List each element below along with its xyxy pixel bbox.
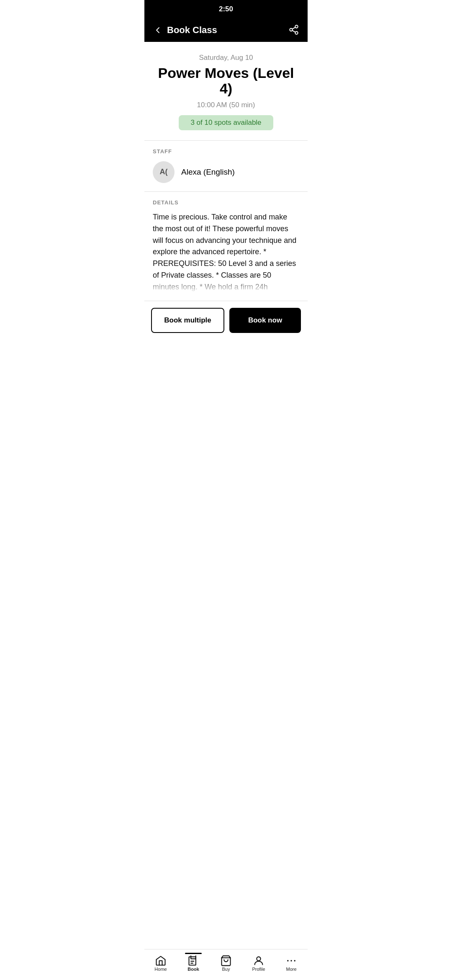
status-bar: 2:50 [144, 0, 308, 18]
staff-section-label: STAFF [153, 148, 299, 155]
class-name: Power Moves (Level 4) [153, 65, 299, 97]
book-now-button[interactable]: Book now [229, 308, 301, 333]
main-content: Saturday, Aug 10 Power Moves (Level 4) 1… [144, 42, 308, 398]
details-section: DETAILS Time is precious. Take control a… [144, 191, 308, 301]
nav-bar-left: Book Class [153, 25, 217, 36]
svg-line-4 [292, 27, 295, 29]
spots-badge: 3 of 10 spots available [179, 115, 273, 130]
nav-title: Book Class [167, 25, 217, 36]
svg-line-3 [292, 30, 295, 32]
class-time: 10:00 AM (50 min) [153, 101, 299, 109]
bottom-actions: Book multiple Book now [144, 301, 308, 340]
staff-name: Alexa (English) [181, 168, 235, 177]
staff-avatar: A( [153, 161, 175, 183]
staff-initials: A( [160, 168, 168, 176]
details-section-label: DETAILS [153, 199, 299, 206]
class-date: Saturday, Aug 10 [153, 54, 299, 62]
staff-row: A( Alexa (English) [153, 161, 299, 183]
staff-section: STAFF A( Alexa (English) [144, 140, 308, 191]
status-time: 2:50 [219, 5, 233, 13]
class-header: Saturday, Aug 10 Power Moves (Level 4) 1… [144, 42, 308, 140]
share-button[interactable] [288, 24, 299, 36]
nav-bar: Book Class [144, 18, 308, 42]
back-button[interactable] [153, 25, 163, 35]
details-text: Time is precious. Take control and make … [153, 211, 299, 293]
book-multiple-button[interactable]: Book multiple [151, 308, 224, 333]
